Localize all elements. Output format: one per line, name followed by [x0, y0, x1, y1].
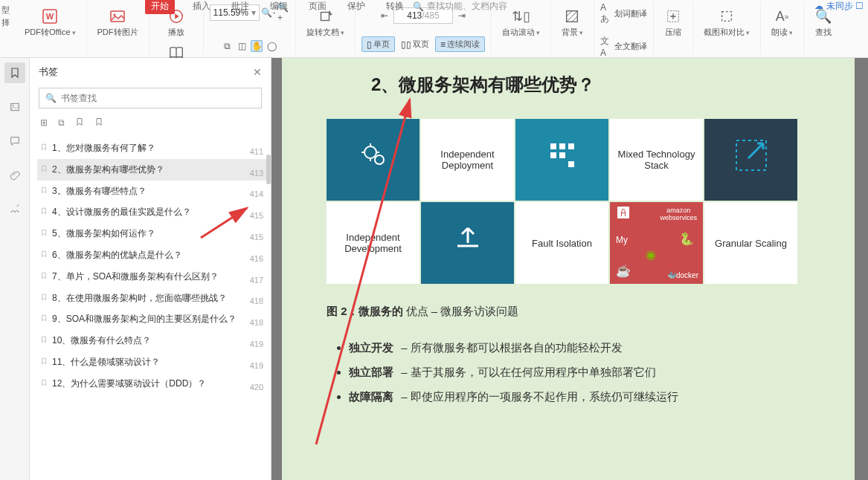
word-icon: W [41, 7, 59, 25]
diagram-cell-indep-deploy: Independent Deployment [421, 119, 514, 201]
sync-status[interactable]: ☁ 未同步 ☐ [814, 0, 864, 13]
signature-panel-icon[interactable] [4, 199, 25, 220]
pdf-to-image-button[interactable]: PDF转图片 [93, 4, 143, 41]
bookmark-item[interactable]: 3。微服务有哪些特点？414 [37, 181, 266, 202]
background-icon [563, 7, 581, 25]
bookmark-label: 11、什么是领域驱动设计？ [52, 356, 263, 369]
bullet-list: 独立开发 – 所有微服务都可以根据各自的功能轻松开发独立部署 – 基于其服务，可… [327, 341, 825, 404]
crop-icon [718, 7, 736, 25]
diagram-cell-granular: Granular Scaling [704, 202, 797, 284]
svg-rect-8 [722, 12, 732, 22]
add-bookmark-icon[interactable]: ⊞ [40, 117, 48, 129]
continuous-icon: ≡ [440, 39, 446, 50]
top-search[interactable]: 🔍 查找功能、文档内容 [413, 0, 507, 13]
bookmark-search[interactable]: 🔍 [39, 88, 262, 108]
tab-comment[interactable]: 批注 [228, 0, 252, 14]
bookmark-page: 418 [250, 296, 263, 305]
figure-caption: 图 2：微服务的 优点 – 微服务访谈问题 [327, 305, 825, 319]
select-text-icon[interactable]: ◯ [266, 40, 277, 52]
bookmark-tools: ⊞ ⧉ [30, 114, 271, 134]
full-translate-button[interactable]: 文A 全文翻译 [600, 40, 647, 52]
aws-icon: amazonwebservices [660, 207, 697, 221]
hand-tool-icon[interactable]: ✋ [251, 40, 263, 52]
compress-icon [664, 7, 682, 25]
mysql-icon: My [616, 235, 628, 245]
tab-edit[interactable]: 编辑 [267, 0, 291, 14]
continuous-button[interactable]: ≡连续阅读 [435, 36, 485, 52]
bookmark-tool-icon[interactable] [75, 117, 84, 129]
bookmark-page: 413 [250, 169, 263, 178]
svg-rect-19 [568, 143, 574, 149]
svg-rect-21 [559, 152, 565, 158]
bookmark-page: 411 [250, 147, 263, 156]
bookmark-item[interactable]: 1、您对微服务有何了解？411 [37, 137, 266, 159]
fit-width-icon[interactable]: ⧉ [221, 40, 233, 52]
bookmark-item[interactable]: 5、微服务架构如何运作？415 [37, 223, 266, 244]
scrollbar-thumb[interactable] [266, 155, 271, 184]
tab-protect[interactable]: 保护 [344, 0, 368, 14]
bookmark-icon [40, 164, 48, 175]
speaker-icon: A» [773, 7, 791, 25]
diagram-cell-mixed-tech: Mixed Technology Stack [610, 119, 703, 201]
diagram-cell-indep-dev: Independent Development [327, 202, 419, 284]
bookmark-icon [40, 186, 48, 196]
comment-panel-icon[interactable] [4, 131, 25, 152]
diagram-cell-tech-logos: 🅰 amazonwebservices My 🐍 ☕ ◉ 🐳docker [610, 202, 703, 284]
search-icon: 🔍 [413, 1, 424, 12]
angular-icon: 🅰 [617, 207, 629, 220]
word-translate-button[interactable]: Aあ 划词翻译 [600, 7, 647, 19]
bookmark-label: 10、微服务有什么特点？ [52, 334, 263, 347]
bookmark-item[interactable]: 12、为什么需要域驱动设计（DDD）？420 [37, 373, 266, 395]
upload-icon [450, 221, 486, 263]
tab-page[interactable]: 页面 [306, 0, 329, 14]
bookmark-sidebar: 书签 ✕ 🔍 ⊞ ⧉ 1、您对微服务有何了解？4112、微服务架构有哪些优势？4… [30, 58, 271, 480]
fit-page-icon[interactable]: ◫ [236, 40, 248, 52]
bookmark-item[interactable]: 4、设计微服务的最佳实践是什么？415 [37, 201, 266, 223]
tab-convert[interactable]: 转换 [383, 0, 407, 14]
diagram-cell-fault: Fault Isolation [515, 202, 608, 284]
background-button[interactable]: 背景 [557, 4, 588, 41]
bookmark-page: 419 [250, 340, 263, 348]
gears-icon [356, 137, 391, 180]
svg-point-11 [364, 146, 376, 158]
bookmark-search-input[interactable] [61, 93, 255, 103]
bookmark-item[interactable]: 10、微服务有什么特点？419 [37, 330, 266, 351]
bookmark-list: 1、您对微服务有何了解？4112、微服务架构有哪些优势？4133。微服务有哪些特… [30, 134, 271, 480]
bookmark-icon [40, 335, 48, 346]
bookmark-label: 1、您对微服务有何了解？ [52, 142, 263, 155]
svg-rect-22 [568, 161, 574, 167]
sidebar-title: 书签 [39, 65, 58, 79]
select-tool[interactable]: 型 择 [0, 1, 14, 31]
bookmark-icon [40, 207, 48, 217]
bookmark-item[interactable]: 11、什么是领域驱动设计？419 [37, 351, 266, 373]
diagram-cell-scale [704, 119, 797, 201]
bookmark-item[interactable]: 6、微服务架构的优缺点是什么？416 [37, 244, 266, 266]
thumbnail-panel-icon[interactable] [4, 97, 25, 117]
pdf-to-office-button[interactable]: W PDF转Office [20, 4, 80, 41]
bookmark-item[interactable]: 2、微服务架构有哪些优势？413 [37, 159, 266, 181]
attachment-panel-icon[interactable] [4, 165, 25, 186]
top-search-placeholder: 查找功能、文档内容 [427, 0, 507, 13]
tab-start[interactable]: 开始 [145, 0, 175, 14]
read-aloud-button[interactable]: A» 朗读 [767, 4, 797, 41]
add-sub-bookmark-icon[interactable]: ⧉ [58, 117, 65, 129]
word-translate-icon: Aあ [600, 7, 612, 19]
search-icon: 🔍 [45, 93, 57, 103]
screenshot-button[interactable]: 截图和对比 [699, 4, 754, 41]
advantages-diagram: Independent Deployment Mixed Technology … [327, 119, 825, 284]
bookmark-item[interactable]: 9、SOA和微服务架构之间的主要区别是什么？418 [37, 308, 266, 330]
bookmark-item[interactable]: 7、单片，SOA和微服务架构有什么区别？417 [37, 266, 266, 288]
list-item: 独立部署 – 基于其服务，可以在任何应用程序中单独部署它们 [349, 366, 825, 380]
tab-insert[interactable]: 插入 [190, 0, 213, 14]
double-page-button[interactable]: ▯▯双页 [401, 39, 429, 50]
bookmark-label: 8、在使用微服务架构时，您面临哪些挑战？ [52, 292, 263, 305]
bookmark-panel-icon[interactable] [4, 62, 25, 83]
compress-button[interactable]: 压缩 [660, 4, 687, 41]
pdf-page: 2、微服务架构有哪些优势？ Independent Deployment Mix… [282, 58, 855, 480]
bookmark-label: 2、微服务架构有哪些优势？ [52, 163, 263, 176]
single-page-button[interactable]: ▯单页 [361, 36, 395, 52]
document-area[interactable]: 2、微服务架构有哪些优势？ Independent Deployment Mix… [271, 58, 868, 480]
bookmark-tool2-icon[interactable] [94, 117, 103, 129]
sidebar-close-icon[interactable]: ✕ [253, 66, 262, 78]
bookmark-item[interactable]: 8、在使用微服务架构时，您面临哪些挑战？418 [37, 288, 266, 309]
